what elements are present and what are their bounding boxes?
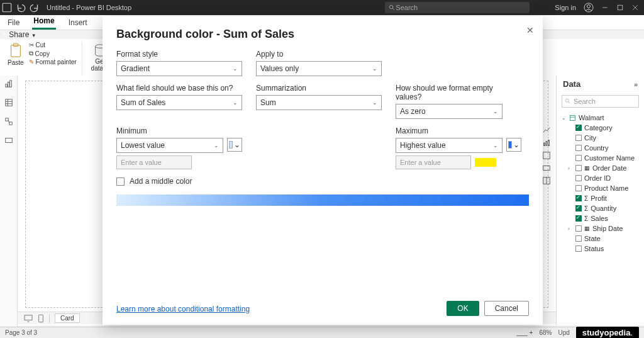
minimum-color-picker[interactable]: ⌄ xyxy=(227,138,242,152)
card-icon[interactable] xyxy=(542,164,551,172)
checkbox-icon xyxy=(575,195,582,201)
svg-point-30 xyxy=(565,99,569,102)
field-item[interactable]: Order ID xyxy=(560,173,640,183)
maximum-color-picker[interactable]: ⌄ xyxy=(506,138,521,152)
matrix-icon[interactable] xyxy=(542,176,551,185)
dialog-close-button[interactable]: ✕ xyxy=(526,25,534,35)
page-indicator: Page 3 of 3 xyxy=(5,329,37,336)
dax-view-icon[interactable] xyxy=(4,136,13,145)
svg-line-21 xyxy=(8,120,9,123)
checkbox-icon xyxy=(575,145,582,151)
table-icon xyxy=(569,115,576,121)
svg-line-31 xyxy=(569,102,570,104)
checkbox-icon xyxy=(575,125,582,131)
field-item[interactable]: ›▦Order Date xyxy=(560,163,640,173)
line-chart-icon[interactable] xyxy=(542,126,551,135)
maximum-value-input[interactable]: Enter a value xyxy=(396,155,471,169)
signin-link[interactable]: Sign in xyxy=(555,4,576,11)
apply-to-select[interactable]: Values only⌄ xyxy=(256,61,382,76)
minimum-select[interactable]: Lowest value⌄ xyxy=(116,138,223,153)
chevron-down-icon: ⌄ xyxy=(513,140,519,149)
search-icon xyxy=(389,4,396,11)
save-icon[interactable] xyxy=(1,2,13,13)
checkbox-icon xyxy=(575,205,582,211)
data-view-icon[interactable] xyxy=(4,98,13,107)
desktop-layout-icon[interactable] xyxy=(24,315,33,322)
report-view-icon[interactable] xyxy=(4,79,13,88)
ok-button[interactable]: OK xyxy=(447,301,479,316)
highlight-box xyxy=(475,158,496,167)
watermark: studyopedia. xyxy=(576,327,639,338)
cancel-button[interactable]: Cancel xyxy=(484,301,529,316)
cut-button[interactable]: ✂Cut xyxy=(29,42,77,48)
apply-to-label: Apply to xyxy=(256,50,382,59)
field-item[interactable]: ΣProfit xyxy=(560,193,640,203)
svg-rect-0 xyxy=(3,3,11,12)
chevron-down-icon: ⌄ xyxy=(493,142,498,149)
close-icon[interactable] xyxy=(631,4,639,11)
field-item[interactable]: Category xyxy=(560,123,640,133)
summarization-select[interactable]: Sum⌄ xyxy=(256,95,382,110)
user-icon[interactable] xyxy=(584,3,594,13)
tab-insert[interactable]: Insert xyxy=(67,16,89,30)
collapse-icon[interactable]: » xyxy=(634,81,638,88)
empty-values-select[interactable]: As zero⌄ xyxy=(396,104,502,119)
table-icon[interactable] xyxy=(542,151,551,160)
chevron-down-icon: ⌄ xyxy=(372,65,377,72)
minimum-value-input[interactable]: Enter a value xyxy=(116,155,192,169)
maximum-select[interactable]: Highest value⌄ xyxy=(396,138,502,153)
minimum-label: Minimum xyxy=(116,127,242,135)
format-style-select[interactable]: Gradient⌄ xyxy=(116,61,242,76)
page-tab-card[interactable]: Card xyxy=(55,313,80,323)
tab-home[interactable]: Home xyxy=(32,14,55,30)
tab-file[interactable]: File xyxy=(6,16,21,30)
learn-more-link[interactable]: Learn more about conditional formatting xyxy=(116,305,250,313)
svg-rect-32 xyxy=(570,115,575,120)
field-label: City xyxy=(584,134,596,142)
field-item[interactable]: Product Name xyxy=(560,183,640,193)
cut-icon: ✂ xyxy=(29,42,34,48)
field-item[interactable]: City xyxy=(560,133,640,143)
field-label: Ship Date xyxy=(592,225,623,232)
svg-rect-25 xyxy=(548,140,550,146)
redo-icon[interactable] xyxy=(29,2,40,13)
mobile-layout-icon[interactable] xyxy=(38,314,44,323)
data-search-input[interactable]: Search xyxy=(562,95,639,108)
maximum-label: Maximum xyxy=(396,127,521,135)
data-pane-title: Data xyxy=(563,79,580,89)
app-title: Untitled - Power BI Desktop xyxy=(47,4,131,11)
chevron-down-icon: ⌄ xyxy=(372,99,377,106)
field-item[interactable]: Country xyxy=(560,143,640,153)
model-view-icon[interactable] xyxy=(4,117,13,126)
field-item[interactable]: ›▦Ship Date xyxy=(560,223,640,234)
svg-rect-22 xyxy=(5,138,12,143)
sigma-icon: Σ xyxy=(584,205,588,212)
field-item[interactable]: ΣQuantity xyxy=(560,203,640,213)
chevron-down-icon: ⌄ xyxy=(233,65,238,72)
gradient-preview xyxy=(116,194,529,206)
background-color-dialog: Background color - Sum of Sales ✕ Format… xyxy=(103,16,543,325)
copy-button[interactable]: ⧉Copy xyxy=(29,50,77,57)
field-item[interactable]: State xyxy=(560,234,640,244)
base-field-label: What field should we base this on? xyxy=(116,84,242,93)
bar-chart-icon[interactable] xyxy=(542,138,551,147)
field-item[interactable]: Customer Name xyxy=(560,153,640,163)
field-item[interactable]: Status xyxy=(560,244,640,254)
table-walmart[interactable]: ⌄ Walmart xyxy=(560,113,640,123)
titlebar-search[interactable]: Search xyxy=(385,2,530,13)
calendar-icon: ▦ xyxy=(584,225,590,232)
maximize-icon[interactable] xyxy=(616,4,624,11)
format-style-label: Format style xyxy=(116,50,242,59)
base-field-select[interactable]: Sum of Sales⌄ xyxy=(116,95,242,110)
minimize-icon[interactable] xyxy=(601,4,609,11)
chevron-down-icon: ⌄ xyxy=(234,140,240,149)
format-painter-button[interactable]: ✎Format painter xyxy=(29,59,77,65)
field-label: Country xyxy=(584,144,609,152)
field-label: State xyxy=(584,235,601,242)
undo-icon[interactable] xyxy=(15,2,26,13)
paste-button[interactable]: Paste xyxy=(5,42,26,67)
svg-rect-27 xyxy=(543,166,550,171)
add-middle-color-checkbox[interactable]: Add a middle color xyxy=(116,177,529,186)
svg-rect-26 xyxy=(543,152,550,159)
field-item[interactable]: ΣSales xyxy=(560,213,640,223)
